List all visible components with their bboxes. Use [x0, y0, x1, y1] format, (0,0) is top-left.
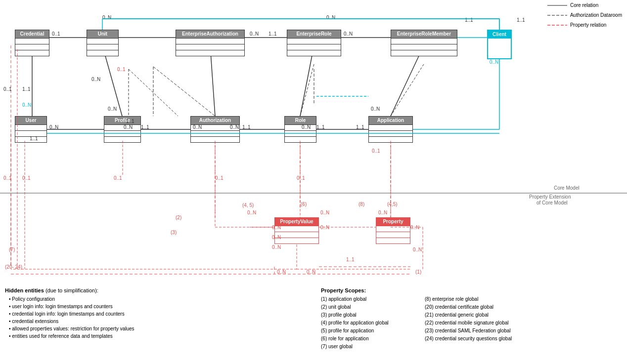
enterprise-role-member-header: EnterpriseRoleMember	[391, 30, 457, 38]
ref-3: (3)	[171, 230, 177, 235]
card-enterp-role-0n: 0..N	[344, 31, 353, 37]
legend: Core relation Authorization Dataroom Pro…	[547, 1, 622, 31]
card-top-0n: 0..N	[326, 15, 335, 20]
scope-item: (7) user global	[321, 343, 420, 350]
core-model-divider	[0, 193, 627, 194]
card-role-01-low: 0..1	[297, 175, 305, 181]
pv-0n-1: 0..N	[247, 210, 256, 215]
svg-line-52	[391, 64, 424, 116]
application-header: Application	[369, 117, 412, 124]
property-scopes-col: Property Scopes: (1) application global …	[321, 287, 622, 350]
card-auth-role-0n: 0..N	[193, 124, 202, 130]
list-item: entities used for reference data and tem…	[9, 332, 306, 340]
card-app-0n: 0..N	[371, 106, 380, 112]
client-header: Client	[488, 31, 511, 38]
scope-item: (3) profile global	[321, 311, 420, 319]
unit-entity: Unit	[87, 30, 119, 56]
scope-item: (4) profile for application global	[321, 319, 420, 326]
ref-7: (7)	[9, 247, 15, 252]
pv-0n-bottom2: 0..N	[307, 269, 315, 275]
card-client-11b: 1..1	[517, 17, 525, 23]
card-credential-unit-01: 0..1	[52, 31, 60, 37]
profile-entity: Profile	[104, 116, 141, 143]
prop-0n-1: 0..N	[378, 210, 387, 215]
card-cyan-0n: 0..N	[22, 102, 31, 108]
scope-item: (8) enterprise role global	[425, 295, 534, 303]
card-unit-top: 0..N	[102, 15, 111, 20]
credential-header: Credential	[15, 30, 49, 38]
card-app-11: 1..1	[356, 124, 364, 130]
legend-property-relation: Property relation	[570, 21, 606, 30]
card-cred-01-low: 0..1	[3, 175, 12, 181]
pv-0n-3: 0..N	[272, 235, 281, 240]
hidden-entities-col: Hidden entities (due to simplification):…	[5, 287, 306, 350]
credential-entity: Credential	[15, 30, 49, 56]
card-profile-0n: 0..N	[124, 124, 133, 130]
enterprise-auth-header: EnterpriseAuthorization	[176, 30, 244, 38]
property-extension-label: Property Extension	[529, 194, 571, 200]
card-enterp-auth-11: 1..1	[269, 31, 277, 37]
card-unit-01-red: 0..1	[117, 67, 126, 72]
application-entity: Application	[368, 116, 413, 143]
scope-item: (22) credential mobile signature global	[425, 319, 534, 326]
prop-0n-3: 0..N	[413, 247, 422, 252]
of-core-model-label: of Core Model	[537, 200, 568, 205]
scope-item: (1) application global	[321, 295, 420, 303]
card-cred-user-0n: 0..1	[3, 86, 12, 92]
enterprise-role-entity: EnterpriseRole	[287, 30, 341, 56]
list-item: Policy configuration	[9, 295, 306, 303]
user-header: User	[15, 117, 46, 124]
authorization-header: Authorization	[191, 117, 239, 124]
card-app-01: 0..1	[372, 148, 380, 154]
list-item: credential extensions	[9, 318, 306, 325]
property-value-entity: PropertyValue	[274, 217, 319, 244]
svg-line-51	[300, 64, 314, 116]
list-item: credential login info: login timestamps …	[9, 310, 306, 318]
scope-item: (20) credential certificate global	[425, 303, 534, 311]
scope-item: (24) credential security questions globa…	[425, 335, 534, 342]
scope-item	[425, 343, 534, 350]
enterprise-auth-entity: EnterpriseAuthorization	[176, 30, 245, 56]
list-item: user login info: login timestamps and co…	[9, 303, 306, 310]
enterprise-role-member-entity: EnterpriseRoleMember	[391, 30, 457, 56]
hidden-entities-title: Hidden entities (due to simplification):	[5, 287, 306, 293]
property-header: Property	[376, 218, 410, 226]
pv-0n-bottom: 0..N	[277, 269, 286, 275]
card-profile-11: 1..1	[141, 124, 149, 130]
enterprise-role-header: EnterpriseRole	[287, 30, 341, 38]
scope-item: (21) credential generic global	[425, 311, 534, 319]
legend-core-relation: Core relation	[570, 1, 598, 10]
svg-line-50	[129, 69, 178, 116]
unit-header: Unit	[87, 30, 118, 38]
card-role-0n: 0..N	[302, 124, 311, 130]
ref-20-24: (20- 24)	[5, 264, 22, 270]
hidden-entities-list: Policy configuration user login info: lo…	[5, 295, 306, 340]
card-role-11: 1..1	[316, 124, 325, 130]
card-cred-user-11: 1..1	[22, 86, 31, 92]
core-model-label: Core Model	[554, 185, 580, 191]
bottom-section: Hidden entities (due to simplification):…	[5, 287, 622, 350]
card-profile-auth-11: 1..1	[126, 119, 134, 124]
scope-item: (5) profile for application	[321, 327, 420, 334]
card-auth-role-0nb: 0..N	[230, 124, 239, 130]
card-profile-01-low: 0..1	[114, 175, 122, 181]
ref-2: (2)	[176, 215, 181, 220]
ref-8-pv: (8)	[358, 202, 364, 207]
client-entity: Client	[487, 30, 512, 59]
ref-45-pv: (4, 5)	[242, 202, 254, 208]
card-auth-01-low: 0..1	[215, 175, 224, 181]
card-user-profile-0n: 0..N	[49, 124, 58, 130]
svg-line-30	[153, 67, 215, 116]
property-scopes-title: Property Scopes:	[321, 287, 622, 293]
card-profile-auth-0n: 0..N	[108, 106, 117, 112]
scope-grid: (1) application global (8) enterprise ro…	[321, 295, 622, 350]
card-user-profile-11: 1..1	[30, 136, 38, 141]
legend-auth-dataroom: Authorization Dataroom	[570, 11, 622, 20]
pv-0n-2: 0..N	[272, 225, 281, 230]
ref-1: (1)	[415, 269, 421, 275]
profile-header: Profile	[104, 117, 140, 124]
list-item: allowed properties values: restriction f…	[9, 325, 306, 332]
property-value-header: PropertyValue	[275, 218, 318, 226]
card-client-11: 1..1	[465, 17, 473, 23]
card-client-0n: 0..N	[490, 59, 498, 65]
